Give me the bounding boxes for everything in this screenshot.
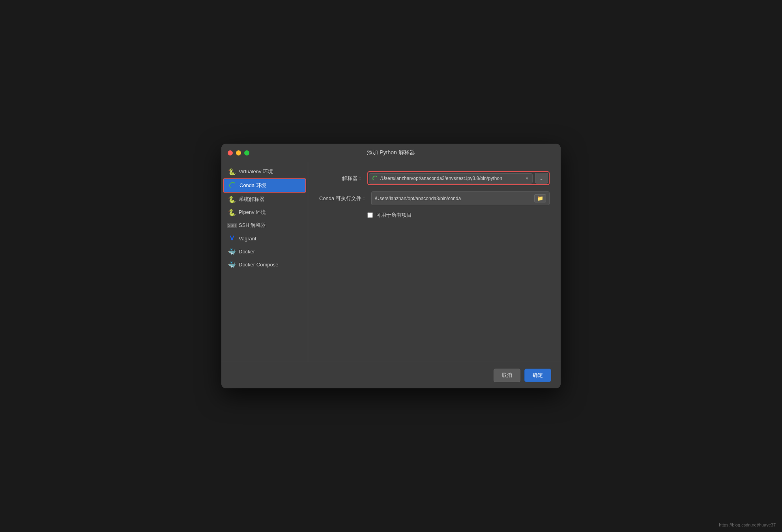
all-projects-row: 可用于所有项目 [367, 212, 550, 219]
sidebar-item-vagrant-label: Vagrant [239, 236, 256, 242]
cancel-button[interactable]: 取消 [494, 369, 520, 382]
sidebar-item-conda-label: Conda 环境 [239, 182, 266, 189]
folder-icon: 📁 [537, 195, 543, 201]
window-footer: 取消 确定 [221, 362, 561, 388]
sidebar-item-docker-compose-label: Docker Compose [239, 262, 278, 268]
interpreter-path-text: /Users/lanzhan/opt/anaconda3/envs/test1p… [380, 176, 502, 181]
interpreter-label: 解释器： [319, 175, 363, 182]
sidebar-item-ssh[interactable]: SSH SSH 解释器 [223, 219, 306, 232]
docker-icon: 🐳 [228, 248, 236, 255]
all-projects-checkbox[interactable] [367, 212, 373, 218]
pipenv-icon: 🐍 [228, 209, 236, 216]
interpreter-select-inner: /Users/lanzhan/opt/anaconda3/envs/test1p… [372, 176, 522, 181]
all-projects-label[interactable]: 可用于所有项目 [376, 212, 412, 219]
sidebar: 🐍 Virtualenv 环境 Conda 环境 🐍 系统解释器 🐍 Pipen… [221, 162, 308, 362]
window-body: 🐍 Virtualenv 环境 Conda 环境 🐍 系统解释器 🐍 Pipen… [221, 162, 561, 362]
virtualenv-icon: 🐍 [228, 168, 236, 175]
ok-button[interactable]: 确定 [524, 369, 551, 382]
interpreter-spin-icon [372, 176, 378, 181]
sidebar-item-system[interactable]: 🐍 系统解释器 [223, 193, 306, 206]
minimize-button[interactable] [236, 150, 241, 155]
watermark: https://blog.csdn.net/huaye37 [719, 523, 776, 527]
window-title: 添加 Python 解释器 [367, 149, 415, 156]
sidebar-item-system-label: 系统解释器 [239, 196, 264, 203]
sidebar-item-conda[interactable]: Conda 环境 [223, 178, 306, 193]
browse-button[interactable]: ... [535, 173, 548, 184]
sidebar-item-virtualenv[interactable]: 🐍 Virtualenv 环境 [223, 165, 306, 178]
conda-exe-row: Conda 可执行文件： /Users/lanzhan/opt/anaconda… [319, 191, 550, 205]
sidebar-item-virtualenv-label: Virtualenv 环境 [239, 168, 273, 175]
conda-exe-browse-button[interactable]: 📁 [534, 194, 546, 202]
conda-exe-label: Conda 可执行文件： [319, 195, 367, 202]
docker-compose-icon: 🐳 [228, 261, 236, 268]
interpreter-row: 解释器： /Users/lanzhan/opt/anaconda3/envs/t… [319, 171, 550, 185]
dialog-window: 添加 Python 解释器 🐍 Virtualenv 环境 Conda 环境 🐍… [221, 144, 561, 388]
close-button[interactable] [228, 150, 233, 155]
dropdown-arrow-icon: ▼ [525, 176, 529, 181]
sidebar-item-vagrant[interactable]: V Vagrant [223, 232, 306, 245]
sidebar-item-pipenv[interactable]: 🐍 Pipenv 环境 [223, 206, 306, 219]
conda-exe-path-text: /Users/lanzhan/opt/anaconda3/bin/conda [375, 196, 461, 201]
conda-exe-field: /Users/lanzhan/opt/anaconda3/bin/conda 📁 [371, 191, 550, 205]
interpreter-select[interactable]: /Users/lanzhan/opt/anaconda3/envs/test1p… [369, 173, 533, 184]
sidebar-item-docker[interactable]: 🐳 Docker [223, 245, 306, 258]
interpreter-field-wrap: /Users/lanzhan/opt/anaconda3/envs/test1p… [367, 171, 550, 185]
sidebar-item-docker-compose[interactable]: 🐳 Docker Compose [223, 258, 306, 271]
titlebar: 添加 Python 解释器 [221, 144, 561, 162]
traffic-lights [228, 150, 249, 155]
content-area: 解释器： /Users/lanzhan/opt/anaconda3/envs/t… [308, 162, 561, 362]
system-icon: 🐍 [228, 196, 236, 203]
ssh-icon: SSH [228, 222, 236, 229]
sidebar-item-docker-label: Docker [239, 249, 255, 255]
sidebar-item-pipenv-label: Pipenv 环境 [239, 209, 266, 216]
maximize-button[interactable] [244, 150, 249, 155]
sidebar-item-ssh-label: SSH 解释器 [239, 222, 266, 229]
conda-icon [229, 182, 236, 189]
vagrant-icon: V [228, 235, 236, 242]
